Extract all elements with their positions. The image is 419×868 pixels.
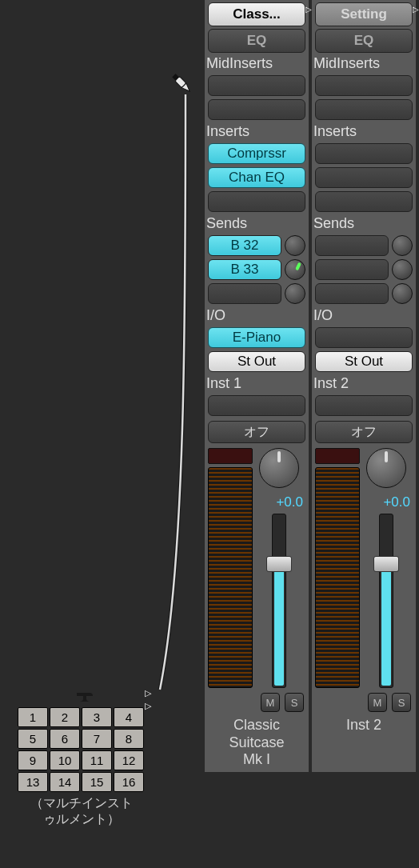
multi-cell-14[interactable]: 14: [50, 772, 80, 792]
multi-cell-1[interactable]: 1: [18, 707, 48, 727]
pan-knob[interactable]: [259, 448, 299, 488]
pointer-arrow-icon: ▷: [145, 701, 151, 711]
inserts-label: Inserts: [313, 123, 414, 140]
input-slot[interactable]: [315, 327, 413, 348]
multi-cell-16[interactable]: 16: [114, 772, 144, 792]
insert-slot[interactable]: [315, 167, 413, 188]
inserts-label: Inserts: [206, 123, 307, 140]
midinsert-slot[interactable]: [208, 99, 305, 120]
midinsert-slot[interactable]: [315, 75, 413, 96]
setting-button[interactable]: Setting: [315, 2, 413, 26]
multi-cell-5[interactable]: 5: [18, 729, 48, 749]
multi-cell-8[interactable]: 8: [114, 729, 144, 749]
expand-arrow-icon[interactable]: ▷: [413, 5, 419, 14]
mute-button[interactable]: M: [368, 693, 387, 712]
strip-name[interactable]: ClassicSuitcaseMk I: [205, 717, 309, 769]
send-slot[interactable]: [315, 235, 389, 256]
pointer-arrow-icon: ▷: [145, 688, 151, 698]
send-knob[interactable]: [392, 235, 413, 256]
send-slot[interactable]: [208, 283, 281, 304]
io-label: I/O: [313, 307, 414, 324]
group-slot[interactable]: [315, 395, 413, 416]
send-knob[interactable]: [285, 235, 305, 256]
fader-value: +0.0: [255, 494, 303, 510]
audio-plug-icon: [163, 65, 203, 105]
multi-cell-10[interactable]: 10: [50, 750, 80, 770]
multi-cell-2[interactable]: 2: [50, 707, 80, 727]
pan-knob[interactable]: [366, 448, 406, 488]
insert-slot[interactable]: Comprssr: [208, 143, 305, 164]
send-knob[interactable]: [392, 283, 413, 304]
volume-fader[interactable]: [379, 514, 393, 688]
multi-cell-13[interactable]: 13: [18, 772, 48, 792]
input-slot[interactable]: E-Piano: [208, 327, 305, 348]
track-label: Inst 1: [206, 375, 307, 392]
level-meter: [315, 467, 360, 688]
multi-cell-15[interactable]: 15: [82, 772, 112, 792]
mute-button[interactable]: M: [261, 693, 280, 712]
insert-slot[interactable]: [208, 191, 305, 212]
clip-indicator[interactable]: [208, 448, 253, 464]
send-slot[interactable]: B 33: [208, 259, 281, 280]
send-slot[interactable]: [315, 259, 389, 280]
level-meter: [208, 467, 253, 688]
expand-arrow-icon[interactable]: ▷: [305, 5, 312, 14]
send-knob[interactable]: [285, 259, 305, 280]
group-slot[interactable]: [208, 395, 305, 416]
multi-instrument-panel: 12345678910111213141516 （マルチインスト ゥルメント）: [18, 707, 146, 827]
multi-cell-6[interactable]: 6: [50, 729, 80, 749]
midinsert-slot[interactable]: [315, 99, 413, 120]
send-slot[interactable]: B 32: [208, 235, 281, 256]
multi-cell-3[interactable]: 3: [82, 707, 112, 727]
channel-strip-1: ▷ Class... EQ MidInserts Inserts Comprss…: [205, 0, 309, 772]
eq-button[interactable]: EQ: [315, 29, 413, 53]
track-label: Inst 2: [313, 375, 414, 392]
sends-label: Sends: [206, 215, 307, 232]
strip-name[interactable]: Inst 2: [312, 717, 416, 734]
fader-value: +0.0: [362, 494, 410, 510]
send-slot[interactable]: [315, 283, 389, 304]
solo-button[interactable]: S: [285, 693, 304, 712]
setting-button[interactable]: Class...: [208, 2, 305, 26]
volume-fader[interactable]: [272, 514, 286, 688]
insert-slot[interactable]: Chan EQ: [208, 167, 305, 188]
insert-slot[interactable]: [315, 191, 413, 212]
output-slot[interactable]: St Out: [208, 351, 305, 372]
anvil-icon: [75, 690, 94, 706]
multi-cell-12[interactable]: 12: [114, 750, 144, 770]
eq-button[interactable]: EQ: [208, 29, 305, 53]
sends-label: Sends: [313, 215, 414, 232]
automation-mode-button[interactable]: オフ: [315, 421, 413, 443]
send-knob[interactable]: [392, 259, 413, 280]
solo-button[interactable]: S: [392, 693, 411, 712]
multi-cell-7[interactable]: 7: [82, 729, 112, 749]
midinserts-label: MidInserts: [313, 55, 414, 72]
send-knob[interactable]: [285, 283, 305, 304]
midinsert-slot[interactable]: [208, 75, 305, 96]
output-slot[interactable]: St Out: [315, 351, 413, 372]
insert-slot[interactable]: [315, 143, 413, 164]
multi-cell-9[interactable]: 9: [18, 750, 48, 770]
multi-label-1: （マルチインスト: [30, 796, 133, 810]
io-label: I/O: [206, 307, 307, 324]
automation-mode-button[interactable]: オフ: [208, 421, 305, 443]
channel-strip-2: ▷ Setting EQ MidInserts Inserts Sends I/…: [312, 0, 416, 772]
multi-cell-4[interactable]: 4: [114, 707, 144, 727]
multi-cell-11[interactable]: 11: [82, 750, 112, 770]
midinserts-label: MidInserts: [206, 55, 307, 72]
clip-indicator[interactable]: [315, 448, 360, 464]
multi-label-2: ゥルメント）: [43, 812, 120, 826]
